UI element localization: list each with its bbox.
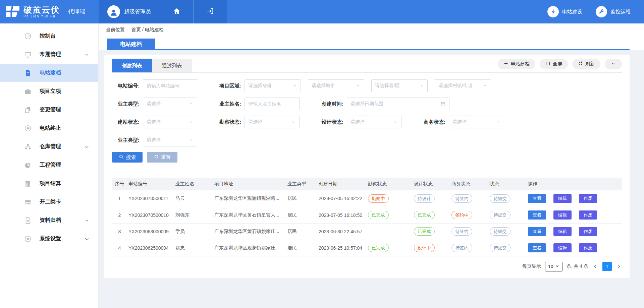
tab-passed-list[interactable]: 通过列表	[152, 59, 192, 72]
page-tab[interactable]: 电站建档	[107, 39, 155, 50]
owner-type-select[interactable]: 请选择	[143, 98, 197, 110]
sidebar-item-general[interactable]: 常规管理	[0, 45, 98, 64]
sidebar-item-data-archive[interactable]: 资料归档	[0, 211, 98, 230]
cell-design-status: 已完成	[413, 207, 450, 223]
sidebar-item-warehouse[interactable]: 仓库管理	[0, 137, 98, 156]
reset-button[interactable]: 重置	[147, 152, 177, 163]
refresh-button[interactable]: 刷新	[572, 59, 600, 69]
caret-down-icon	[292, 83, 297, 88]
cell-design-status: 待设计	[413, 190, 450, 207]
chevron-down-icon	[84, 52, 90, 57]
cell-status: 待提交	[488, 223, 527, 240]
nav-monitor-ops[interactable]: 监控运维	[596, 6, 631, 17]
caret-down-icon	[483, 83, 487, 88]
fullscreen-button[interactable]: 全屏	[540, 59, 568, 69]
void-button[interactable]: 作废	[579, 194, 597, 203]
collapse-button[interactable]	[605, 59, 622, 69]
edit-button[interactable]: 编辑	[553, 243, 572, 252]
records-table: 序号电站编号业主姓名项目地址业主类型创建日期勘察状态设计状态商务状态状态操作 1…	[112, 178, 622, 256]
next-page-button[interactable]	[616, 263, 622, 269]
cell-actions: 查看编辑作废	[527, 240, 622, 256]
sidebar-item-station-archive[interactable]: 电站建档	[0, 64, 98, 82]
view-button[interactable]: 查看	[528, 227, 546, 236]
wrench-icon	[596, 6, 607, 17]
town-select[interactable]: 请选择村镇/街道	[435, 79, 491, 92]
column-header: 项目地址	[213, 178, 286, 190]
plus-icon	[503, 61, 508, 67]
filter-label: 业主姓名:	[214, 101, 245, 107]
tab-create-list[interactable]: 创建列表	[112, 59, 152, 72]
sidebar-item-change-mgmt[interactable]: 变更管理	[0, 101, 98, 119]
calendar-icon	[440, 101, 446, 107]
cell-design-status: 已完成	[413, 223, 450, 240]
cell-status: 待提交	[488, 190, 527, 207]
station-no-input[interactable]	[143, 79, 197, 92]
top-nav-label: 监控运维	[610, 9, 631, 15]
station-archive-create-button[interactable]: 电站建档	[498, 59, 535, 69]
void-button[interactable]: 作废	[579, 227, 597, 236]
sidebar-item-settlement[interactable]: 项目结算	[0, 174, 98, 193]
status-badge: 待签约	[451, 194, 472, 203]
edit-button[interactable]: 编辑	[553, 194, 572, 203]
void-button[interactable]: 作废	[579, 243, 597, 252]
refresh-icon	[578, 61, 583, 67]
top-header: 破茧云伏 Po Jian Yun Fu 代理端 超级管理员 电站建设监控运维	[0, 0, 644, 23]
cell-station-no: YX2023063000009	[127, 223, 174, 240]
logout-button[interactable]	[193, 0, 227, 23]
sidebar-item-station-terminate[interactable]: 电站终止	[0, 119, 98, 137]
home-icon	[173, 7, 180, 16]
sidebar-item-project-approval[interactable]: 项目立项	[0, 82, 98, 101]
sidebar-item-engineering[interactable]: 工程管理	[0, 156, 98, 174]
void-button[interactable]: 作废	[579, 210, 597, 220]
province-select[interactable]: 请选择省份	[245, 79, 301, 92]
created-range-input[interactable]: 请选择日期范围	[347, 98, 449, 110]
table-header-row: 序号电站编号业主姓名项目地址业主类型创建日期勘察状态设计状态商务状态状态操作	[112, 178, 622, 190]
edit-button[interactable]: 编辑	[553, 227, 572, 236]
station-no-input[interactable]	[147, 83, 194, 88]
owner-type-select-2[interactable]: 请选择	[143, 134, 197, 146]
owner-name-input[interactable]	[245, 98, 300, 110]
sidebar-item-system-settings[interactable]: 系统设置	[0, 230, 98, 248]
chevron-left-icon	[592, 265, 598, 270]
chevron-down-icon	[611, 61, 616, 67]
user-block[interactable]: 超级管理员	[99, 0, 160, 23]
cell-index: 2	[112, 207, 127, 223]
view-button[interactable]: 查看	[528, 243, 546, 252]
filter-label: 建站状态:	[112, 119, 143, 125]
owner-name-input[interactable]	[248, 101, 296, 107]
search-button[interactable]: 搜索	[112, 152, 143, 163]
cell-created: 2023-06-25 10:57:04	[317, 240, 367, 256]
business-status-select[interactable]: 请选择	[449, 116, 504, 128]
sidebar-item-console[interactable]: 控制台	[0, 27, 98, 45]
sidebar-item-label: 系统设置	[40, 235, 61, 242]
page-number-button[interactable]: 1	[602, 262, 612, 271]
file-icon	[24, 217, 32, 224]
view-button[interactable]: 查看	[528, 194, 546, 203]
nav-station-build[interactable]: 电站建设	[547, 6, 582, 17]
build-status-select[interactable]: 请选择	[143, 116, 197, 128]
cell-status: 待提交	[488, 207, 527, 223]
content-background: 创建列表通过列表 电站建档全屏刷新 电站编号:项目区域:请选择省份请选择城市请选…	[99, 50, 644, 308]
sidebar-item-label: 变更管理	[40, 106, 61, 113]
cell-owner-name: 姚忠	[174, 240, 213, 256]
cell-station-no: YX2023070500011	[127, 190, 174, 207]
caret-down-icon	[393, 120, 398, 124]
table-row: 3YX2023063000009学员广东深圳龙华区黄石镇姚家庄...居民2023…	[112, 223, 622, 240]
design-status-select[interactable]: 请选择	[347, 116, 401, 128]
sidebar-item-label: 项目结算	[40, 180, 61, 187]
card-header-actions: 电站建档全屏刷新	[498, 59, 622, 72]
cell-created: 2023-06-30 22:45:57	[317, 223, 367, 240]
per-page-select[interactable]: 10	[545, 262, 562, 271]
survey-status-select[interactable]: 请选择	[245, 116, 300, 128]
view-button[interactable]: 查看	[528, 210, 546, 220]
caret-down-icon	[356, 83, 361, 88]
district-select[interactable]: 请选择县/区	[371, 79, 428, 92]
cell-actions: 查看编辑作废	[527, 207, 622, 223]
prev-page-button[interactable]	[592, 263, 598, 269]
city-select[interactable]: 请选择城市	[308, 79, 364, 92]
edit-button[interactable]: 编辑	[553, 210, 572, 220]
filter-label: 勘察状态:	[214, 119, 245, 125]
sidebar-item-type2-card[interactable]: 开二类卡	[0, 193, 98, 211]
home-button[interactable]	[160, 0, 193, 23]
monitor-icon	[24, 51, 32, 58]
